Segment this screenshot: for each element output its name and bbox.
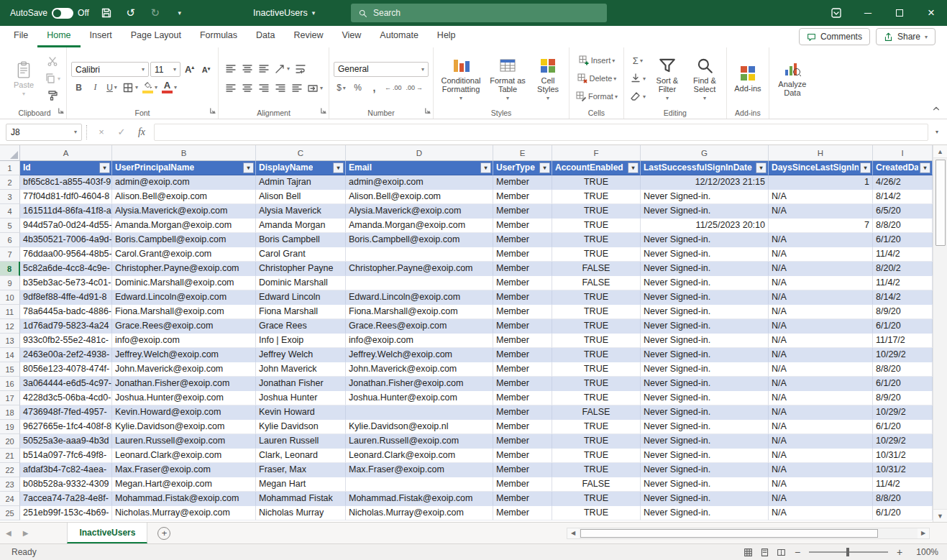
filter-button-b[interactable]: ▾ <box>243 162 254 173</box>
zoom-in-button[interactable]: + <box>895 546 904 558</box>
cell-H22[interactable]: N/A <box>769 463 873 477</box>
column-header-i[interactable]: I <box>873 145 933 160</box>
cell-H9[interactable]: N/A <box>769 276 873 290</box>
cell-I6[interactable]: 6/1/20 <box>873 233 933 247</box>
cell-E23[interactable]: Member <box>493 477 552 492</box>
underline-button[interactable]: U▾ <box>104 80 119 95</box>
cell-C19[interactable]: Kylie Davidson <box>256 420 346 434</box>
table-header-usertype[interactable]: UserType▾ <box>493 161 552 175</box>
collapse-ribbon-button[interactable] <box>931 104 941 116</box>
cell-F20[interactable]: TRUE <box>552 434 641 449</box>
cell-A6[interactable]: 4b350521-7006-4a9d-b <box>20 233 112 247</box>
cell-A23[interactable]: b08b528a-9332-4309 <box>20 477 112 492</box>
scroll-left-icon[interactable]: ◀ <box>567 528 579 538</box>
cell-H7[interactable]: N/A <box>769 247 873 262</box>
ribbon-tab-formulas[interactable]: Formulas <box>191 26 247 47</box>
cell-B13[interactable]: info@exoip.com <box>112 334 256 348</box>
cell-E19[interactable]: Member <box>493 420 552 434</box>
decrease-decimal-button[interactable]: .00→ <box>405 81 425 96</box>
cell-A20[interactable]: 50525a3e-aaa9-4b3d <box>20 434 112 449</box>
cell-I3[interactable]: 8/14/2 <box>873 190 933 204</box>
cell-I24[interactable]: 8/8/20 <box>873 492 933 506</box>
cell-F8[interactable]: FALSE <box>552 262 641 276</box>
cell-F14[interactable]: TRUE <box>552 348 641 362</box>
row-header-13[interactable]: 13 <box>0 334 20 348</box>
cell-B22[interactable]: Max.Fraser@exoip.com <box>112 463 256 477</box>
cell-G9[interactable]: Never Signed-in. <box>641 276 769 290</box>
cell-H13[interactable]: N/A <box>769 334 873 348</box>
cell-C5[interactable]: Amanda Morgan <box>256 219 346 233</box>
filter-button-f[interactable]: ▾ <box>628 162 639 173</box>
cell-G18[interactable]: Never Signed-in. <box>641 405 769 420</box>
ribbon-tab-insert[interactable]: Insert <box>81 26 122 47</box>
font-color-button[interactable]: A▾ <box>160 80 178 95</box>
cell-G8[interactable]: Never Signed-in. <box>641 262 769 276</box>
cell-I21[interactable]: 10/31/2 <box>873 449 933 463</box>
cell-F5[interactable]: TRUE <box>552 219 641 233</box>
cell-F12[interactable]: TRUE <box>552 319 641 334</box>
cell-E3[interactable]: Member <box>493 190 552 204</box>
cell-A11[interactable]: 78a6445a-badc-4886- <box>20 305 112 319</box>
align-right-button[interactable] <box>256 81 271 96</box>
column-header-d[interactable]: D <box>346 145 493 160</box>
sheet-tab-inactiveusers[interactable]: InactiveUsers <box>67 523 147 543</box>
cell-H24[interactable]: N/A <box>769 492 873 506</box>
percent-style-button[interactable]: % <box>350 81 365 96</box>
cell-G16[interactable]: Never Signed-in. <box>641 377 769 391</box>
cell-F21[interactable]: TRUE <box>552 449 641 463</box>
cell-E9[interactable]: Member <box>493 276 552 290</box>
insert-function-button[interactable]: fx <box>134 124 150 140</box>
row-header-6[interactable]: 6 <box>0 233 20 247</box>
cell-B20[interactable]: Lauren.Russell@exoip.com <box>112 434 256 449</box>
cell-A25[interactable]: 251eb99f-153c-4b69- <box>20 506 112 520</box>
column-header-b[interactable]: B <box>112 145 256 160</box>
merge-center-button[interactable]: ▾ <box>306 81 324 96</box>
cell-I23[interactable]: 11/4/2 <box>873 477 933 492</box>
cell-B21[interactable]: Leonard.Clark@exoip.com <box>112 449 256 463</box>
fill-button[interactable]: ▾ <box>628 71 647 86</box>
next-sheet-icon[interactable]: ▶ <box>17 529 35 537</box>
row-header-18[interactable]: 18 <box>0 405 20 420</box>
cell-E16[interactable]: Member <box>493 377 552 391</box>
maximize-button[interactable] <box>884 0 915 26</box>
cell-F16[interactable]: TRUE <box>552 377 641 391</box>
row-header-9[interactable]: 9 <box>0 276 20 290</box>
cell-E21[interactable]: Member <box>493 449 552 463</box>
previous-sheet-icon[interactable]: ◀ <box>0 529 17 537</box>
cell-F9[interactable]: FALSE <box>552 276 641 290</box>
scroll-down-icon[interactable]: ▼ <box>933 509 947 522</box>
italic-button[interactable]: I <box>88 80 103 95</box>
cell-I22[interactable]: 10/31/2 <box>873 463 933 477</box>
cell-A12[interactable]: 1d76ad79-5823-4a24 <box>20 319 112 334</box>
cell-A21[interactable]: b514a097-7fc6-49f8- <box>20 449 112 463</box>
cell-E15[interactable]: Member <box>493 362 552 377</box>
table-header-userprincipalname[interactable]: UserPrincipalName▾ <box>112 161 256 175</box>
cell-B16[interactable]: Jonathan.Fisher@exoip.com <box>112 377 256 391</box>
cell-B14[interactable]: Jeffrey.Welch@exoip.com <box>112 348 256 362</box>
cell-B10[interactable]: Edward.Lincoln@exoip.com <box>112 290 256 305</box>
ribbon-tab-automate[interactable]: Automate <box>370 26 428 47</box>
cell-F7[interactable]: TRUE <box>552 247 641 262</box>
column-header-f[interactable]: F <box>552 145 641 160</box>
enter-button[interactable]: ✓ <box>114 124 129 140</box>
cell-F10[interactable]: TRUE <box>552 290 641 305</box>
cell-H21[interactable]: N/A <box>769 449 873 463</box>
cell-H19[interactable]: N/A <box>769 420 873 434</box>
cell-H20[interactable]: N/A <box>769 434 873 449</box>
share-button[interactable]: Share ▾ <box>876 28 935 45</box>
filter-button-i[interactable]: ▾ <box>920 162 930 173</box>
formula-input[interactable] <box>154 124 928 141</box>
cell-D7[interactable] <box>346 247 493 262</box>
ribbon-tab-data[interactable]: Data <box>247 26 284 47</box>
cell-I16[interactable]: 6/1/20 <box>873 377 933 391</box>
cell-A16[interactable]: 3a064444-e6d5-4c97- <box>20 377 112 391</box>
table-header-lastsuccessfulsignindate[interactable]: LastSuccessfulSignInDate▾ <box>641 161 769 175</box>
cell-I14[interactable]: 10/29/2 <box>873 348 933 362</box>
cell-F24[interactable]: TRUE <box>552 492 641 506</box>
horizontal-scroll-thumb[interactable] <box>580 529 878 538</box>
cell-H14[interactable]: N/A <box>769 348 873 362</box>
cell-D24[interactable]: Mohammad.Fistak@exoip.com <box>346 492 493 506</box>
cell-I18[interactable]: 10/29/2 <box>873 405 933 420</box>
cell-B4[interactable]: Alysia.Maverick@exoip.com <box>112 204 256 219</box>
accounting-format-button[interactable]: $▾ <box>334 81 349 96</box>
